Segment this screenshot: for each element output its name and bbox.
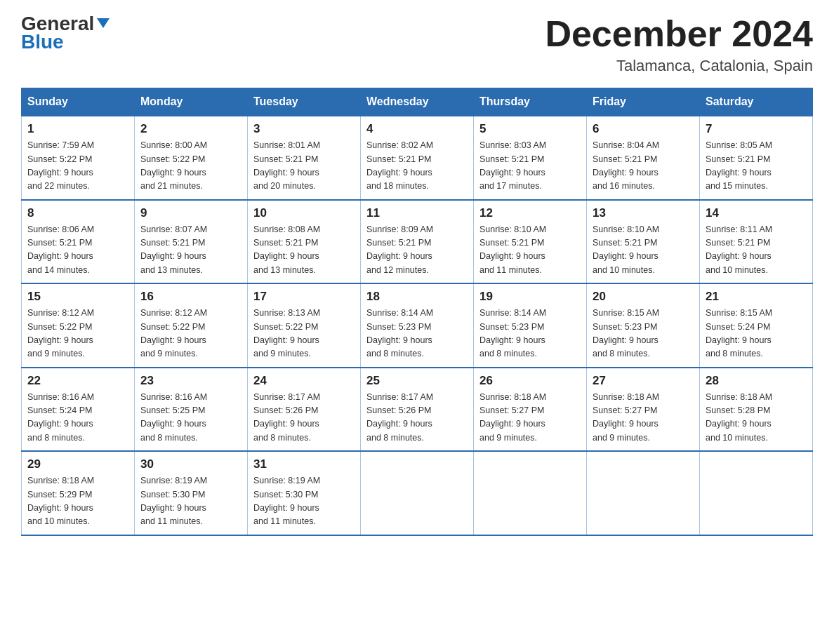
logo-arrow-icon [95,15,111,31]
col-sunday: Sunday [22,88,135,116]
table-row: 21 Sunrise: 8:15 AMSunset: 5:24 PMDaylig… [700,283,813,368]
day-info: Sunrise: 8:14 AMSunset: 5:23 PMDaylight:… [366,308,433,358]
table-row: 17 Sunrise: 8:13 AMSunset: 5:22 PMDaylig… [248,283,361,368]
day-info: Sunrise: 8:12 AMSunset: 5:22 PMDaylight:… [140,308,207,358]
month-title: December 2024 [545,14,813,54]
table-row: 2 Sunrise: 8:00 AMSunset: 5:22 PMDayligh… [135,116,248,200]
day-info: Sunrise: 8:16 AMSunset: 5:25 PMDaylight:… [140,392,207,443]
table-row: 11 Sunrise: 8:09 AMSunset: 5:21 PMDaylig… [361,200,474,284]
table-row: 31 Sunrise: 8:19 AMSunset: 5:30 PMDaylig… [248,451,361,535]
day-info: Sunrise: 8:19 AMSunset: 5:30 PMDaylight:… [140,476,207,526]
day-number: 20 [593,290,694,304]
day-info: Sunrise: 8:11 AMSunset: 5:21 PMDaylight:… [706,224,772,275]
col-thursday: Thursday [474,88,587,116]
day-number: 12 [479,206,581,220]
day-number: 4 [366,122,468,136]
day-number: 5 [479,122,581,136]
table-row: 28 Sunrise: 8:18 AMSunset: 5:28 PMDaylig… [700,368,813,452]
col-friday: Friday [587,88,700,116]
table-row [474,451,587,535]
page-header: General Blue December 2024 Talamanca, Ca… [21,14,813,75]
table-row: 10 Sunrise: 8:08 AMSunset: 5:21 PMDaylig… [248,200,361,284]
day-info: Sunrise: 8:02 AMSunset: 5:21 PMDaylight:… [366,140,433,191]
day-info: Sunrise: 8:14 AMSunset: 5:23 PMDaylight:… [479,308,546,358]
col-tuesday: Tuesday [248,88,361,116]
day-number: 15 [27,290,128,304]
day-info: Sunrise: 8:13 AMSunset: 5:22 PMDaylight:… [253,308,320,358]
col-wednesday: Wednesday [361,88,474,116]
day-info: Sunrise: 8:03 AMSunset: 5:21 PMDaylight:… [479,140,546,191]
col-saturday: Saturday [700,88,813,116]
calendar-week-row: 15 Sunrise: 8:12 AMSunset: 5:22 PMDaylig… [22,283,813,368]
day-number: 11 [366,206,468,220]
calendar-week-row: 1 Sunrise: 7:59 AMSunset: 5:22 PMDayligh… [22,116,813,200]
day-number: 16 [140,290,241,304]
table-row: 25 Sunrise: 8:17 AMSunset: 5:26 PMDaylig… [361,368,474,452]
day-info: Sunrise: 8:04 AMSunset: 5:21 PMDaylight:… [593,140,659,191]
day-number: 30 [140,457,241,471]
day-info: Sunrise: 8:06 AMSunset: 5:21 PMDaylight:… [27,224,94,275]
table-row: 13 Sunrise: 8:10 AMSunset: 5:21 PMDaylig… [587,200,700,284]
day-info: Sunrise: 8:17 AMSunset: 5:26 PMDaylight:… [366,392,433,443]
day-number: 3 [253,122,355,136]
table-row: 18 Sunrise: 8:14 AMSunset: 5:23 PMDaylig… [361,283,474,368]
day-number: 1 [27,122,128,136]
table-row: 14 Sunrise: 8:11 AMSunset: 5:21 PMDaylig… [700,200,813,284]
day-number: 7 [706,122,807,136]
table-row [361,451,474,535]
table-row: 3 Sunrise: 8:01 AMSunset: 5:21 PMDayligh… [248,116,361,200]
day-info: Sunrise: 8:00 AMSunset: 5:22 PMDaylight:… [140,140,207,191]
day-number: 17 [253,290,355,304]
table-row: 15 Sunrise: 8:12 AMSunset: 5:22 PMDaylig… [22,283,135,368]
day-info: Sunrise: 8:10 AMSunset: 5:21 PMDaylight:… [593,224,659,275]
location: Talamanca, Catalonia, Spain [545,57,813,75]
table-row: 16 Sunrise: 8:12 AMSunset: 5:22 PMDaylig… [135,283,248,368]
day-number: 31 [253,457,355,471]
day-info: Sunrise: 8:01 AMSunset: 5:21 PMDaylight:… [253,140,320,191]
day-info: Sunrise: 8:10 AMSunset: 5:21 PMDaylight:… [479,224,546,275]
calendar-week-row: 29 Sunrise: 8:18 AMSunset: 5:29 PMDaylig… [22,451,813,535]
day-info: Sunrise: 8:05 AMSunset: 5:21 PMDaylight:… [706,140,772,191]
table-row: 5 Sunrise: 8:03 AMSunset: 5:21 PMDayligh… [474,116,587,200]
day-number: 22 [27,374,128,388]
day-number: 27 [593,374,694,388]
calendar-table: Sunday Monday Tuesday Wednesday Thursday… [21,88,813,536]
title-block: December 2024 Talamanca, Catalonia, Spai… [545,14,813,75]
calendar-week-row: 8 Sunrise: 8:06 AMSunset: 5:21 PMDayligh… [22,200,813,284]
table-row: 6 Sunrise: 8:04 AMSunset: 5:21 PMDayligh… [587,116,700,200]
day-info: Sunrise: 8:19 AMSunset: 5:30 PMDaylight:… [253,476,320,526]
day-number: 13 [593,206,694,220]
day-info: Sunrise: 8:15 AMSunset: 5:23 PMDaylight:… [593,308,659,358]
table-row: 1 Sunrise: 7:59 AMSunset: 5:22 PMDayligh… [22,116,135,200]
table-row: 19 Sunrise: 8:14 AMSunset: 5:23 PMDaylig… [474,283,587,368]
day-info: Sunrise: 8:07 AMSunset: 5:21 PMDaylight:… [140,224,207,275]
day-info: Sunrise: 8:18 AMSunset: 5:29 PMDaylight:… [27,476,94,526]
calendar-header-row: Sunday Monday Tuesday Wednesday Thursday… [22,88,813,116]
day-info: Sunrise: 8:16 AMSunset: 5:24 PMDaylight:… [27,392,94,443]
day-number: 2 [140,122,241,136]
day-number: 9 [140,206,241,220]
day-number: 23 [140,374,241,388]
table-row [587,451,700,535]
day-number: 24 [253,374,355,388]
day-info: Sunrise: 8:18 AMSunset: 5:27 PMDaylight:… [593,392,659,443]
table-row: 8 Sunrise: 8:06 AMSunset: 5:21 PMDayligh… [22,200,135,284]
day-info: Sunrise: 8:12 AMSunset: 5:22 PMDaylight:… [27,308,94,358]
table-row: 9 Sunrise: 8:07 AMSunset: 5:21 PMDayligh… [135,200,248,284]
table-row: 23 Sunrise: 8:16 AMSunset: 5:25 PMDaylig… [135,368,248,452]
day-info: Sunrise: 7:59 AMSunset: 5:22 PMDaylight:… [27,140,94,191]
day-number: 10 [253,206,355,220]
day-number: 19 [479,290,581,304]
day-number: 18 [366,290,468,304]
day-info: Sunrise: 8:18 AMSunset: 5:27 PMDaylight:… [479,392,546,443]
day-info: Sunrise: 8:17 AMSunset: 5:26 PMDaylight:… [253,392,320,443]
col-monday: Monday [135,88,248,116]
logo: General Blue [21,14,111,53]
table-row: 27 Sunrise: 8:18 AMSunset: 5:27 PMDaylig… [587,368,700,452]
svg-marker-0 [97,18,110,28]
day-number: 25 [366,374,468,388]
table-row: 26 Sunrise: 8:18 AMSunset: 5:27 PMDaylig… [474,368,587,452]
day-info: Sunrise: 8:08 AMSunset: 5:21 PMDaylight:… [253,224,320,275]
day-number: 8 [27,206,128,220]
table-row: 7 Sunrise: 8:05 AMSunset: 5:21 PMDayligh… [700,116,813,200]
